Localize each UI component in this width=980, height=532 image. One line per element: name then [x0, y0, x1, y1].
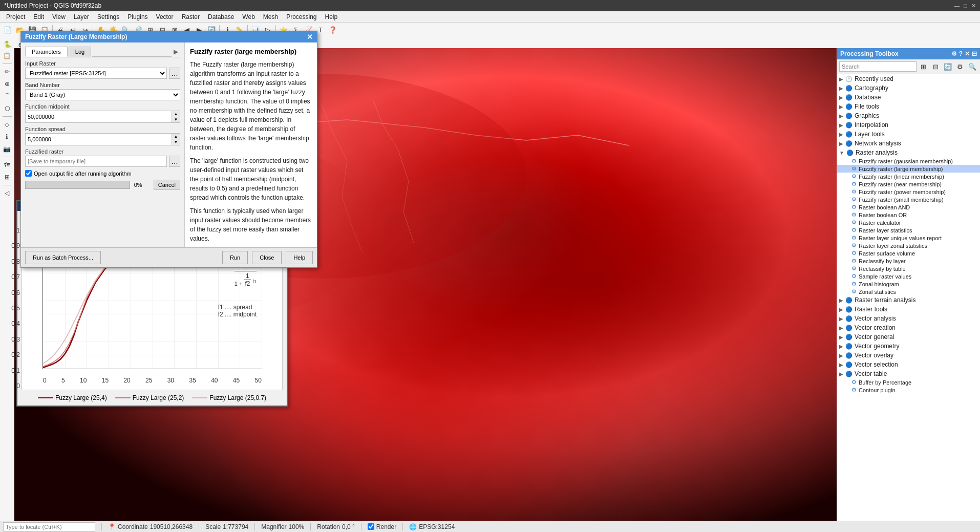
locate-input[interactable]: [3, 522, 95, 531]
ptb-settings-btn[interactable]: ⚙: [954, 61, 966, 72]
ptb-item-zonal-histogram[interactable]: ⚙ Zonal histogram: [837, 280, 980, 288]
menu-plugins[interactable]: Plugins: [123, 12, 152, 22]
ptb-cat-vector-analysis[interactable]: ▶ 🔵 Vector analysis: [837, 314, 980, 323]
info-btn[interactable]: ℹ: [2, 131, 13, 142]
ptb-item-raster-bool-and[interactable]: ⚙ Raster boolean AND: [837, 203, 980, 211]
ptb-cat-layer-tools[interactable]: ▶ 🔵 Layer tools: [837, 130, 980, 139]
ptb-item-reclassify-table[interactable]: ⚙ Reclassify by table: [837, 265, 980, 272]
ptb-dock-icon[interactable]: ⊟: [972, 50, 977, 57]
menu-web[interactable]: Web: [238, 12, 259, 22]
ptb-expand-all-btn[interactable]: ⊞: [918, 61, 929, 72]
menu-edit[interactable]: Edit: [29, 12, 48, 22]
ptb-cat-vector-creation[interactable]: ▶ 🔵 Vector creation: [837, 323, 980, 332]
tab-log[interactable]: Log: [69, 47, 91, 57]
camera-btn[interactable]: 📷: [2, 143, 13, 155]
new-project-btn[interactable]: 📄: [2, 24, 13, 35]
inline-cancel-btn[interactable]: Cancel: [154, 180, 180, 190]
input-raster-select[interactable]: Fuzzified raster [EPSG:31254]: [25, 68, 167, 79]
ptb-cat-cartography[interactable]: ▶ 🔵 Cartography: [837, 83, 980, 93]
ptb-item-fuzzify-small[interactable]: ⚙ Fuzzify raster (small membership): [837, 196, 980, 203]
close-button[interactable]: ✕: [971, 3, 976, 9]
ptb-refresh-btn[interactable]: 🔄: [942, 61, 953, 72]
ptb-item-raster-layer-stats[interactable]: ⚙ Raster layer statistics: [837, 226, 980, 234]
ptb-tree[interactable]: ▶ 🕐 Recently used ▶ 🔵 Cartography ▶ 🔵 Da…: [837, 74, 980, 521]
ptb-collapse-all-btn[interactable]: ⊟: [930, 61, 941, 72]
ptb-cat-vector-geometry[interactable]: ▶ 🔵 Vector geometry: [837, 342, 980, 351]
batch-process-btn[interactable]: Run as Batch Process...: [25, 251, 101, 264]
ptb-cat-recently-used[interactable]: ▶ 🕐 Recently used: [837, 74, 980, 83]
spread-input[interactable]: [26, 134, 172, 145]
ptb-item-zonal-statistics[interactable]: ⚙ Zonal statistics: [837, 288, 980, 295]
ptb-cat-file-tools[interactable]: ▶ 🔵 File tools: [837, 102, 980, 111]
ptb-item-fuzzify-gaussian[interactable]: ⚙ Fuzzify raster (gaussian membership): [837, 157, 980, 165]
minimize-button[interactable]: —: [954, 3, 960, 9]
menu-project[interactable]: Project: [2, 12, 29, 22]
ptb-item-buffer-pct[interactable]: ⚙ Buffer by Percentage: [837, 378, 980, 386]
ptb-item-fuzzify-large[interactable]: ⚙ Fuzzify raster (large membership): [837, 165, 980, 173]
node-btn[interactable]: ◇: [2, 119, 13, 130]
ptb-cat-graphics[interactable]: ▶ 🔵 Graphics: [837, 111, 980, 120]
menu-vector[interactable]: Vector: [152, 12, 178, 22]
ptb-item-fuzzify-power[interactable]: ⚙ Fuzzify raster (power membership): [837, 188, 980, 196]
midpoint-spin-down[interactable]: ▼: [172, 117, 180, 122]
fuzzified-raster-input[interactable]: [25, 156, 167, 167]
midpoint-input[interactable]: [26, 111, 172, 122]
epsg-item[interactable]: 🌐 EPSG:31254: [409, 523, 455, 530]
polygon-btn[interactable]: ⬡: [2, 103, 13, 114]
ptb-cat-vector-general[interactable]: ▶ 🔵 Vector general: [837, 332, 980, 342]
ptb-help-icon[interactable]: ?: [959, 50, 963, 57]
restore-button[interactable]: □: [964, 3, 967, 9]
ptb-item-sample-raster[interactable]: ⚙ Sample raster values: [837, 272, 980, 280]
help-btn[interactable]: Help: [286, 251, 313, 264]
ptb-item-fuzzify-near[interactable]: ⚙ Fuzzify raster (near membership): [837, 180, 980, 188]
ptb-cat-raster-tools[interactable]: ▶ 🔵 Raster tools: [837, 305, 980, 314]
ptb-cat-raster-terrain[interactable]: ▶ 🔵 Raster terrain analysis: [837, 295, 980, 305]
ptb-cat-vector-table[interactable]: ▶ 🔵 Vector table: [837, 369, 980, 378]
ptb-close-icon[interactable]: ✕: [965, 50, 970, 57]
collapse-left-btn[interactable]: ◁: [2, 187, 13, 199]
ptb-cat-database[interactable]: ▶ 🔵 Database: [837, 93, 980, 102]
ptb-cat-vector-selection[interactable]: ▶ 🔵 Vector selection: [837, 360, 980, 369]
ptb-item-raster-surface-vol[interactable]: ⚙ Raster surface volume: [837, 249, 980, 257]
ptb-search-btn[interactable]: 🔍: [967, 61, 978, 72]
spread-spin-up[interactable]: ▲: [172, 134, 180, 139]
menu-layer[interactable]: Layer: [70, 12, 93, 22]
ptb-item-fuzzify-linear[interactable]: ⚙ Fuzzify raster (linear membership): [837, 173, 980, 180]
ptb-item-raster-unique-vals[interactable]: ⚙ Raster layer unique values report: [837, 234, 980, 242]
expand-btn[interactable]: ⊞: [2, 172, 13, 183]
ptb-cat-vector-overlay[interactable]: ▶ 🔵 Vector overlay: [837, 351, 980, 360]
menu-view[interactable]: View: [48, 12, 70, 22]
fuzzify-close-btn[interactable]: ✕: [307, 33, 313, 40]
ptb-item-raster-calc[interactable]: ⚙ Raster calculator: [837, 219, 980, 226]
menu-database[interactable]: Database: [204, 12, 238, 22]
render-checkbox[interactable]: [368, 523, 374, 530]
menu-mesh[interactable]: Mesh: [259, 12, 282, 22]
menu-raster[interactable]: Raster: [178, 12, 204, 22]
fuzzified-raster-browse-btn[interactable]: …: [169, 156, 180, 167]
tab-parameters[interactable]: Parameters: [25, 47, 68, 57]
3d-btn[interactable]: 🗺: [2, 159, 13, 171]
midpoint-spin-up[interactable]: ▲: [172, 111, 180, 117]
band-number-select[interactable]: Band 1 (Gray): [25, 89, 180, 100]
ptb-cat-interpolation[interactable]: ▶ 🔵 Interpolation: [837, 120, 980, 130]
layers-btn[interactable]: 📋: [2, 50, 13, 61]
run-btn[interactable]: Run: [222, 251, 248, 264]
ptb-cat-raster-analysis[interactable]: ▼ 🔵 Raster analysis: [837, 148, 980, 157]
ptb-options-icon[interactable]: ⚙: [951, 50, 957, 57]
input-raster-browse-btn[interactable]: …: [169, 68, 180, 79]
digitize-btn[interactable]: ✏: [2, 66, 13, 77]
menu-processing[interactable]: Processing: [282, 12, 321, 22]
ptb-cat-network[interactable]: ▶ 🔵 Network analysis: [837, 139, 980, 148]
help-tb-btn[interactable]: ❓: [327, 24, 338, 35]
ptb-item-raster-zonal-stats[interactable]: ⚙ Raster layer zonal statistics: [837, 242, 980, 249]
spread-spin-down[interactable]: ▼: [172, 139, 180, 145]
line-btn[interactable]: ⌒: [2, 91, 13, 102]
close-btn[interactable]: Close: [252, 251, 282, 264]
ptb-search-input[interactable]: [839, 61, 917, 72]
ptb-item-contour[interactable]: ⚙ Contour plugin: [837, 386, 980, 394]
point-btn[interactable]: ⊕: [2, 78, 13, 90]
ptb-item-reclassify-layer[interactable]: ⚙ Reclassify by layer: [837, 257, 980, 265]
open-output-checkbox[interactable]: [25, 170, 32, 177]
dialog-expand-btn[interactable]: ▶: [172, 47, 180, 57]
menu-help[interactable]: Help: [321, 12, 342, 22]
